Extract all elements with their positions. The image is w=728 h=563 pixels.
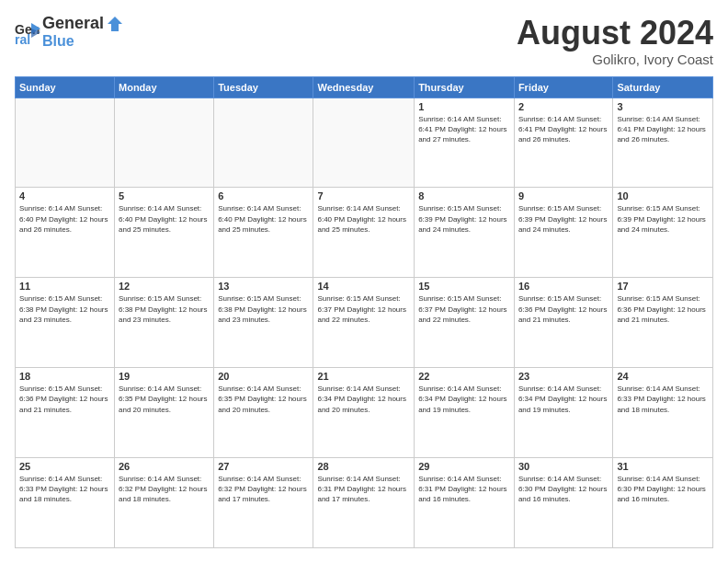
calendar-cell: 22Sunrise: 6:14 AM Sunset: 6:34 PM Dayli… bbox=[415, 368, 515, 458]
cell-info: Sunrise: 6:15 AM Sunset: 6:36 PM Dayligh… bbox=[617, 293, 709, 325]
cell-day-number: 26 bbox=[119, 461, 210, 472]
calendar-cell: 8Sunrise: 6:15 AM Sunset: 6:39 PM Daylig… bbox=[415, 188, 515, 278]
calendar-cell: 5Sunrise: 6:14 AM Sunset: 6:40 PM Daylig… bbox=[115, 188, 214, 278]
calendar-cell: 16Sunrise: 6:15 AM Sunset: 6:36 PM Dayli… bbox=[514, 278, 612, 368]
calendar-cell: 10Sunrise: 6:15 AM Sunset: 6:39 PM Dayli… bbox=[613, 188, 713, 278]
cell-day-number: 18 bbox=[19, 371, 110, 382]
cell-info: Sunrise: 6:15 AM Sunset: 6:36 PM Dayligh… bbox=[518, 293, 609, 325]
cell-info: Sunrise: 6:14 AM Sunset: 6:33 PM Dayligh… bbox=[617, 384, 709, 415]
cell-day-number: 30 bbox=[518, 461, 609, 472]
cell-day-number: 14 bbox=[317, 281, 410, 292]
cell-day-number: 1 bbox=[418, 101, 510, 112]
cell-day-number: 2 bbox=[518, 101, 609, 112]
calendar-week-3: 18Sunrise: 6:15 AM Sunset: 6:36 PM Dayli… bbox=[16, 368, 713, 458]
day-header-tuesday: Tuesday bbox=[214, 76, 313, 98]
cell-day-number: 3 bbox=[617, 101, 709, 112]
cell-day-number: 8 bbox=[418, 190, 510, 201]
cell-day-number: 19 bbox=[119, 371, 210, 382]
cell-day-number: 27 bbox=[218, 461, 309, 472]
cell-info: Sunrise: 6:14 AM Sunset: 6:34 PM Dayligh… bbox=[518, 384, 609, 415]
svg-marker-4 bbox=[108, 17, 122, 31]
cell-day-number: 24 bbox=[617, 371, 709, 382]
title-block: August 2024 Golikro, Ivory Coast bbox=[517, 15, 713, 67]
cell-info: Sunrise: 6:15 AM Sunset: 6:39 PM Dayligh… bbox=[518, 203, 609, 235]
cell-day-number: 7 bbox=[317, 190, 410, 201]
cell-day-number: 20 bbox=[218, 371, 309, 382]
cell-info: Sunrise: 6:14 AM Sunset: 6:30 PM Dayligh… bbox=[518, 474, 609, 505]
cell-info: Sunrise: 6:14 AM Sunset: 6:34 PM Dayligh… bbox=[317, 384, 410, 415]
cell-info: Sunrise: 6:15 AM Sunset: 6:39 PM Dayligh… bbox=[617, 203, 709, 235]
location: Golikro, Ivory Coast bbox=[517, 52, 713, 67]
cell-day-number: 9 bbox=[518, 190, 609, 201]
day-header-wednesday: Wednesday bbox=[313, 76, 415, 98]
calendar-cell: 9Sunrise: 6:15 AM Sunset: 6:39 PM Daylig… bbox=[514, 188, 612, 278]
cell-info: Sunrise: 6:14 AM Sunset: 6:32 PM Dayligh… bbox=[218, 474, 309, 505]
day-header-sunday: Sunday bbox=[16, 76, 115, 98]
cell-day-number: 17 bbox=[617, 281, 709, 292]
logo-line2: Blue bbox=[42, 33, 122, 50]
logo-blue-decoration bbox=[106, 16, 122, 32]
calendar-cell: 4Sunrise: 6:14 AM Sunset: 6:40 PM Daylig… bbox=[16, 188, 115, 278]
cell-day-number: 31 bbox=[617, 461, 709, 472]
cell-day-number: 23 bbox=[518, 371, 609, 382]
cell-info: Sunrise: 6:14 AM Sunset: 6:32 PM Dayligh… bbox=[119, 474, 210, 505]
calendar-cell: 7Sunrise: 6:14 AM Sunset: 6:40 PM Daylig… bbox=[313, 188, 415, 278]
cell-day-number: 6 bbox=[218, 190, 309, 201]
day-header-saturday: Saturday bbox=[613, 76, 713, 98]
cell-day-number: 5 bbox=[119, 190, 210, 201]
cell-day-number: 22 bbox=[418, 371, 510, 382]
calendar-cell: 24Sunrise: 6:14 AM Sunset: 6:33 PM Dayli… bbox=[613, 368, 713, 458]
calendar-cell: 19Sunrise: 6:14 AM Sunset: 6:35 PM Dayli… bbox=[115, 368, 214, 458]
calendar-cell: 18Sunrise: 6:15 AM Sunset: 6:36 PM Dayli… bbox=[16, 368, 115, 458]
header: Gene ral General Blue August 2024 Golikr… bbox=[15, 15, 713, 67]
cell-info: Sunrise: 6:15 AM Sunset: 6:37 PM Dayligh… bbox=[418, 293, 510, 325]
calendar-cell: 13Sunrise: 6:15 AM Sunset: 6:38 PM Dayli… bbox=[214, 278, 313, 368]
cell-info: Sunrise: 6:14 AM Sunset: 6:35 PM Dayligh… bbox=[218, 384, 309, 415]
calendar-cell: 29Sunrise: 6:14 AM Sunset: 6:31 PM Dayli… bbox=[415, 458, 515, 548]
calendar-cell bbox=[16, 98, 115, 188]
cell-info: Sunrise: 6:15 AM Sunset: 6:38 PM Dayligh… bbox=[119, 293, 210, 325]
logo-line1: General bbox=[42, 14, 104, 32]
cell-info: Sunrise: 6:14 AM Sunset: 6:40 PM Dayligh… bbox=[218, 203, 309, 235]
calendar-cell: 3Sunrise: 6:14 AM Sunset: 6:41 PM Daylig… bbox=[613, 98, 713, 188]
calendar-cell bbox=[214, 98, 313, 188]
calendar-week-0: 1Sunrise: 6:14 AM Sunset: 6:41 PM Daylig… bbox=[16, 98, 713, 188]
calendar-header-row: SundayMondayTuesdayWednesdayThursdayFrid… bbox=[16, 76, 713, 98]
page: Gene ral General Blue August 2024 Golikr… bbox=[0, 0, 728, 563]
calendar-cell bbox=[313, 98, 415, 188]
cell-info: Sunrise: 6:14 AM Sunset: 6:41 PM Dayligh… bbox=[418, 114, 510, 145]
calendar-cell: 14Sunrise: 6:15 AM Sunset: 6:37 PM Dayli… bbox=[313, 278, 415, 368]
cell-day-number: 12 bbox=[119, 281, 210, 292]
calendar-cell: 1Sunrise: 6:14 AM Sunset: 6:41 PM Daylig… bbox=[415, 98, 515, 188]
calendar-cell: 28Sunrise: 6:14 AM Sunset: 6:31 PM Dayli… bbox=[313, 458, 415, 548]
cell-info: Sunrise: 6:15 AM Sunset: 6:38 PM Dayligh… bbox=[218, 293, 309, 325]
cell-day-number: 4 bbox=[19, 190, 110, 201]
cell-day-number: 25 bbox=[19, 461, 110, 472]
cell-info: Sunrise: 6:14 AM Sunset: 6:40 PM Dayligh… bbox=[317, 203, 410, 235]
calendar-week-2: 11Sunrise: 6:15 AM Sunset: 6:38 PM Dayli… bbox=[16, 278, 713, 368]
calendar-cell: 26Sunrise: 6:14 AM Sunset: 6:32 PM Dayli… bbox=[115, 458, 214, 548]
cell-day-number: 29 bbox=[418, 461, 510, 472]
day-header-monday: Monday bbox=[115, 76, 214, 98]
calendar-cell: 2Sunrise: 6:14 AM Sunset: 6:41 PM Daylig… bbox=[514, 98, 612, 188]
cell-info: Sunrise: 6:14 AM Sunset: 6:30 PM Dayligh… bbox=[617, 474, 709, 505]
cell-info: Sunrise: 6:14 AM Sunset: 6:35 PM Dayligh… bbox=[119, 384, 210, 415]
calendar-cell: 27Sunrise: 6:14 AM Sunset: 6:32 PM Dayli… bbox=[214, 458, 313, 548]
calendar-body: 1Sunrise: 6:14 AM Sunset: 6:41 PM Daylig… bbox=[16, 98, 713, 547]
logo-icon: Gene ral bbox=[15, 19, 40, 45]
cell-day-number: 16 bbox=[518, 281, 609, 292]
cell-day-number: 11 bbox=[19, 281, 110, 292]
cell-info: Sunrise: 6:15 AM Sunset: 6:36 PM Dayligh… bbox=[19, 384, 110, 415]
calendar-cell: 21Sunrise: 6:14 AM Sunset: 6:34 PM Dayli… bbox=[313, 368, 415, 458]
cell-info: Sunrise: 6:15 AM Sunset: 6:38 PM Dayligh… bbox=[19, 293, 110, 325]
cell-info: Sunrise: 6:15 AM Sunset: 6:39 PM Dayligh… bbox=[418, 203, 510, 235]
cell-info: Sunrise: 6:15 AM Sunset: 6:37 PM Dayligh… bbox=[317, 293, 410, 325]
cell-info: Sunrise: 6:14 AM Sunset: 6:33 PM Dayligh… bbox=[19, 474, 110, 505]
cell-day-number: 28 bbox=[317, 461, 410, 472]
calendar-cell: 15Sunrise: 6:15 AM Sunset: 6:37 PM Dayli… bbox=[415, 278, 515, 368]
calendar-cell: 25Sunrise: 6:14 AM Sunset: 6:33 PM Dayli… bbox=[16, 458, 115, 548]
cell-info: Sunrise: 6:14 AM Sunset: 6:31 PM Dayligh… bbox=[418, 474, 510, 505]
calendar-cell: 6Sunrise: 6:14 AM Sunset: 6:40 PM Daylig… bbox=[214, 188, 313, 278]
cell-day-number: 13 bbox=[218, 281, 309, 292]
calendar-cell: 30Sunrise: 6:14 AM Sunset: 6:30 PM Dayli… bbox=[514, 458, 612, 548]
